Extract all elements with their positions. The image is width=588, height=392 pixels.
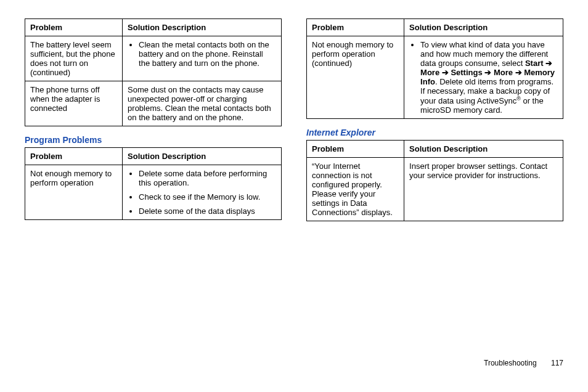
solution-cell: Insert proper browser settings. Contact … <box>404 158 563 221</box>
problem-header: Problem <box>307 19 404 36</box>
table-row: The phone turns off when the adapter is … <box>25 81 282 126</box>
bullet-list: To view what kind of data you have and h… <box>409 40 558 115</box>
two-column-layout: Problem Solution Description The battery… <box>25 18 563 230</box>
problem-cell: “Your Internet connection is not configu… <box>307 158 404 221</box>
path-settings: Settings <box>451 68 482 77</box>
solution-header: Solution Description <box>123 19 282 36</box>
path-more: More <box>420 68 439 77</box>
battery-problems-table: Problem Solution Description The battery… <box>25 18 282 126</box>
solution-header: Solution Description <box>404 141 563 158</box>
program-problems-table: Problem Solution Description Not enough … <box>25 147 282 220</box>
arrow-icon: ➔ <box>442 68 449 77</box>
left-column: Problem Solution Description The battery… <box>25 18 282 230</box>
problem-cell: The battery level seem sufficient, but t… <box>25 36 123 81</box>
arrow-icon: ➔ <box>515 68 522 77</box>
internet-explorer-table: Problem Solution Description “Your Inter… <box>306 140 563 221</box>
program-problems-heading: Program Problems <box>25 135 282 145</box>
table-header-row: Problem Solution Description <box>25 19 282 36</box>
bullet-item: Delete some of the data displays <box>139 206 276 216</box>
arrow-icon: ➔ <box>545 59 552 68</box>
solution-cell: Some dust on the contacts may cause unex… <box>123 81 282 126</box>
registered-icon: ® <box>517 96 521 102</box>
page-footer: Troubleshooting 117 <box>484 359 563 367</box>
bullet-list: Delete some data before performing this … <box>128 169 276 216</box>
solution-cell: To view what kind of data you have and h… <box>404 36 563 119</box>
table-row: The battery level seem sufficient, but t… <box>25 36 282 81</box>
path-start: Start <box>525 59 544 68</box>
table-header-row: Problem Solution Description <box>307 141 563 158</box>
bullet-item: To view what kind of data you have and h… <box>420 40 558 115</box>
bullet-item: Check to see if the Memory is low. <box>139 192 276 202</box>
right-column: Problem Solution Description Not enough … <box>306 18 563 230</box>
table-row: “Your Internet connection is not configu… <box>307 158 563 221</box>
table-row: Not enough memory to perform operation (… <box>307 36 563 119</box>
problem-cell: Not enough memory to perform operation <box>25 165 123 220</box>
solution-cell: Delete some data before performing this … <box>123 165 282 220</box>
problem-cell: Not enough memory to perform operation (… <box>307 36 404 119</box>
table-header-row: Problem Solution Description <box>307 19 563 36</box>
memory-continued-table: Problem Solution Description Not enough … <box>306 18 563 119</box>
problem-cell: The phone turns off when the adapter is … <box>25 81 123 126</box>
path-more2: More <box>494 68 513 77</box>
bullet-item: Delete some data before performing this … <box>139 169 276 187</box>
bullet-list: Clean the metal contacts both on the bat… <box>128 40 276 68</box>
solution-header: Solution Description <box>404 19 563 36</box>
arrow-icon: ➔ <box>484 68 491 77</box>
bullet-item: Clean the metal contacts both on the bat… <box>139 40 276 68</box>
solution-header: Solution Description <box>123 148 282 165</box>
solution-cell: Clean the metal contacts both on the bat… <box>123 36 282 81</box>
problem-header: Problem <box>25 148 123 165</box>
footer-page-number: 117 <box>551 359 563 367</box>
problem-header: Problem <box>25 19 123 36</box>
internet-explorer-heading: Internet Explorer <box>306 128 563 137</box>
table-header-row: Problem Solution Description <box>25 148 282 165</box>
footer-section-name: Troubleshooting <box>484 359 537 367</box>
table-row: Not enough memory to perform operation D… <box>25 165 282 220</box>
problem-header: Problem <box>307 141 404 158</box>
